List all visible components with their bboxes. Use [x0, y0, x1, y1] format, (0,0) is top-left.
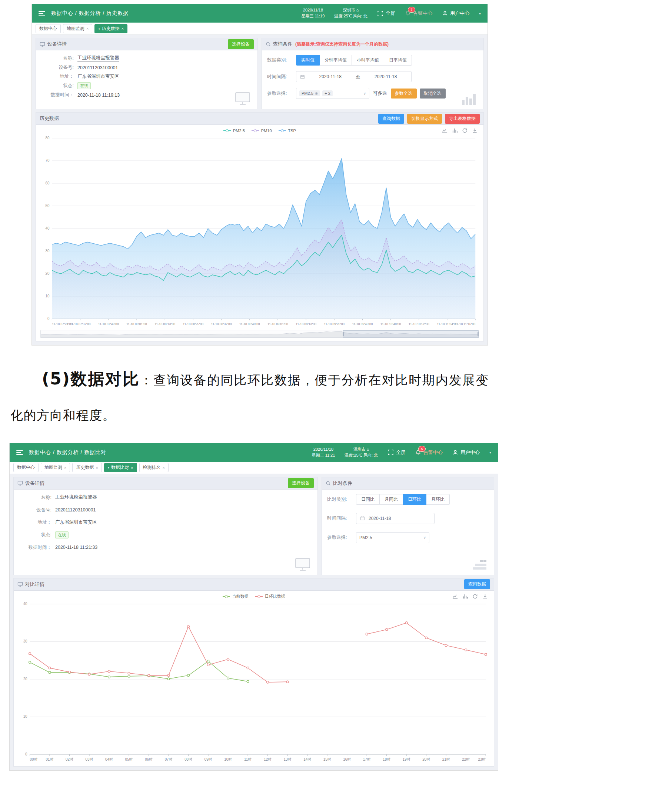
date-start: 2020-11-18	[309, 74, 352, 79]
option-month-yoy[interactable]: 月同比	[380, 494, 403, 505]
tab-label: 数据比对	[111, 464, 129, 471]
select-all-params-button[interactable]: 参数全选	[391, 88, 417, 99]
close-icon[interactable]: ×	[122, 26, 124, 31]
home-icon: ⌂	[367, 447, 370, 451]
option-month-mom[interactable]: 月环比	[426, 494, 450, 505]
field-label: 参数选择:	[327, 534, 356, 541]
tab-label: 历史数据	[102, 26, 120, 32]
user-center-button[interactable]: 用户中心	[442, 10, 469, 17]
tab-data-compare[interactable]: ●数据比对×	[104, 463, 137, 472]
select-device-button[interactable]: 选择设备	[288, 478, 314, 488]
option-minute-avg[interactable]: 分钟平均值	[320, 55, 352, 66]
svg-text:09时: 09时	[205, 757, 212, 761]
option-day-avg[interactable]: 日平均值	[384, 55, 412, 66]
param-multiselect[interactable]: PM2.5⊗ + 2 ∨	[296, 88, 370, 99]
breadcrumb: 数据中心 / 数据分析 / 历史数据	[51, 10, 128, 17]
datazoom-window[interactable]	[343, 330, 478, 338]
chart-toolbar	[452, 594, 488, 599]
svg-text:21时: 21时	[442, 757, 450, 761]
chevron-down-icon[interactable]: ▾	[479, 11, 481, 16]
close-icon[interactable]: ×	[64, 465, 66, 470]
legend-label: TSP	[288, 128, 296, 133]
option-day-mom[interactable]: 日环比	[403, 494, 426, 505]
datazoom-handle-left[interactable]	[343, 332, 344, 336]
tag-close-icon[interactable]: ⊗	[315, 91, 318, 96]
tab-map-monitor[interactable]: 地图监测×	[41, 463, 70, 472]
tab-label: 检测排名	[143, 464, 161, 471]
svg-text:11-18 07:37:00: 11-18 07:37:00	[70, 322, 91, 326]
field-label: 比对类别:	[327, 496, 356, 503]
menu-toggle-icon[interactable]	[38, 10, 45, 17]
export-table-button[interactable]: 导出表格数据	[445, 114, 480, 124]
field-label: 参数选择:	[267, 90, 296, 97]
query-data-button[interactable]: 查询数据	[378, 114, 404, 124]
device-name-link[interactable]: 工业环境粉尘报警器	[77, 55, 119, 62]
tab-history-data[interactable]: ●历史数据×	[94, 24, 128, 34]
history-chart[interactable]: 0102030405060708011-18 07:24:0011-18 07:…	[40, 135, 480, 328]
datazoom-handle-right[interactable]	[477, 332, 479, 336]
compare-type-segment: 日同比 月同比 日环比 月环比	[356, 494, 450, 505]
alarm-center-button[interactable]: 7 告警中心	[405, 10, 432, 17]
legend-item-pm25[interactable]: PM2.5	[223, 128, 245, 133]
tab-data-center[interactable]: 数据中心	[13, 463, 38, 472]
date-input[interactable]: 2020-11-18	[356, 513, 435, 524]
active-dot-icon: ●	[108, 466, 109, 469]
compare-chart[interactable]: 01020304000时01时02时03时04时05时06时07时08时09时1…	[18, 601, 490, 763]
tab-detect-rank[interactable]: 检测排名×	[139, 463, 168, 472]
svg-text:11-18 08:25:00: 11-18 08:25:00	[183, 322, 204, 326]
fullscreen-button[interactable]: 全屏	[387, 449, 406, 456]
param-select[interactable]: PM2.5 ∨	[356, 532, 429, 543]
option-realtime[interactable]: 实时值	[296, 55, 320, 66]
tab-data-center[interactable]: 数据中心	[35, 24, 61, 34]
datetime-display: 2020/11/18 星期三 11:19	[302, 7, 325, 19]
status-badge: 在线	[77, 82, 91, 89]
bar-chart-icon[interactable]	[462, 594, 468, 599]
svg-text:20时: 20时	[422, 757, 430, 761]
bar-chart-icon[interactable]	[452, 128, 458, 133]
legend-marker-icon	[223, 130, 231, 131]
legend-item-compare[interactable]: 日环比数据	[255, 594, 285, 599]
download-icon[interactable]	[472, 128, 477, 133]
param-tag: PM2.5⊗	[299, 90, 320, 96]
legend-item-pm10[interactable]: PM10	[251, 128, 272, 133]
close-icon[interactable]: ×	[96, 465, 98, 470]
svg-text:11-18 11:04:00: 11-18 11:04:00	[437, 322, 458, 326]
legend-item-current[interactable]: 当前数据	[222, 594, 249, 599]
query-data-button[interactable]: 查询数据	[464, 579, 490, 589]
datetime-display: 2020/11/18 星期三 11:21	[312, 447, 335, 459]
clear-all-params-button[interactable]: 取消全选	[420, 88, 446, 99]
blocks-deco-icon	[471, 559, 488, 572]
download-icon[interactable]	[482, 594, 488, 599]
close-icon[interactable]: ×	[163, 465, 165, 470]
option-hour-avg[interactable]: 小时平均值	[352, 55, 384, 66]
legend-label: PM10	[261, 128, 272, 133]
option-day-yoy[interactable]: 日同比	[356, 494, 380, 505]
legend-marker-icon	[222, 596, 230, 597]
alarm-badge: 5	[418, 446, 426, 452]
close-icon[interactable]: ×	[86, 26, 88, 31]
select-device-button[interactable]: 选择设备	[228, 39, 254, 49]
svg-text:0: 0	[47, 316, 50, 321]
line-chart-icon[interactable]	[452, 594, 458, 599]
fullscreen-button[interactable]: 全屏	[377, 10, 395, 17]
refresh-icon[interactable]	[462, 128, 467, 133]
datazoom-slider[interactable]	[40, 330, 479, 338]
tab-history-data[interactable]: 历史数据×	[72, 463, 101, 472]
close-icon[interactable]: ×	[131, 465, 133, 470]
date-range-input[interactable]: 2020-11-18 至 2020-11-18	[296, 71, 411, 82]
refresh-icon[interactable]	[472, 594, 478, 599]
legend-item-tsp[interactable]: TSP	[278, 128, 296, 133]
alarm-center-button[interactable]: 5 告警中心	[415, 449, 443, 456]
svg-text:30: 30	[46, 249, 50, 253]
device-name-link[interactable]: 工业环境粉尘报警器	[55, 494, 97, 501]
screenshot-history-data: 数据中心 / 数据分析 / 历史数据 2020/11/18 星期三 11:19 …	[32, 4, 488, 345]
user-center-button[interactable]: 用户中心	[452, 449, 480, 456]
svg-text:06时: 06时	[145, 757, 153, 761]
bar-chart-deco-icon	[461, 92, 477, 106]
switch-display-button[interactable]: 切换显示方式	[407, 114, 442, 124]
line-chart-icon[interactable]	[442, 128, 448, 133]
menu-toggle-icon[interactable]	[16, 449, 23, 456]
multi-hint: 可多选	[373, 90, 387, 97]
chevron-down-icon[interactable]: ▾	[490, 451, 491, 454]
tab-map-monitor[interactable]: 地图监测×	[63, 24, 92, 34]
